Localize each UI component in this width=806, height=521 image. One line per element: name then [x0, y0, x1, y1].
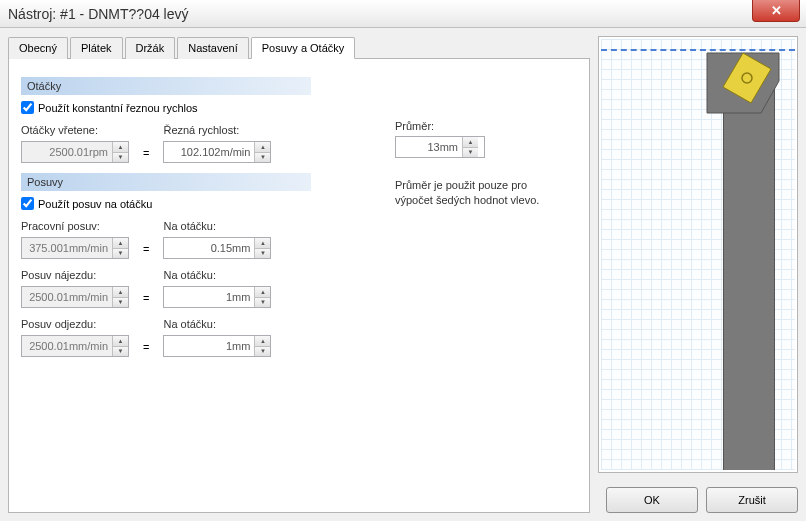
tool-head-icon: [699, 51, 789, 131]
work-feed-label: Pracovní posuv:: [21, 220, 129, 232]
work-feed-row: Pracovní posuv: ▲▼ = Na otáčku: ▲▼: [21, 220, 577, 259]
spin-down-icon[interactable]: ▼: [255, 249, 270, 259]
tab-general[interactable]: Obecný: [8, 37, 68, 59]
work-per-rev-label: Na otáčku:: [163, 220, 271, 232]
retract-per-rev-input[interactable]: [164, 336, 254, 356]
retract-feed-spinner[interactable]: ▲▼: [21, 335, 129, 357]
spin-up-icon[interactable]: ▲: [255, 142, 270, 153]
right-column: OK Zrušit: [598, 36, 798, 513]
retract-feed-label: Posuv odjezdu:: [21, 318, 129, 330]
approach-per-rev-input[interactable]: [164, 287, 254, 307]
dialog-window: Nástroj: #1 - DNMT??04 levý ✕ Obecný Plá…: [0, 0, 806, 521]
spin-up-icon[interactable]: ▲: [113, 336, 128, 347]
equals-sign: =: [137, 243, 155, 255]
tab-insert[interactable]: Plátek: [70, 37, 123, 59]
spin-down-icon[interactable]: ▼: [255, 298, 270, 308]
spin-down-icon[interactable]: ▼: [255, 347, 270, 357]
ok-button[interactable]: OK: [606, 487, 698, 513]
retract-feed-row: Posuv odjezdu: ▲▼ = Na otáčku: ▲▼: [21, 318, 577, 357]
use-per-rev-label: Použít posuv na otáčku: [38, 198, 152, 210]
work-per-rev-spinner[interactable]: ▲▼: [163, 237, 271, 259]
cutting-speed-label: Řezná rychlost:: [163, 124, 271, 136]
spin-up-icon[interactable]: ▲: [113, 238, 128, 249]
cutting-speed-input[interactable]: [164, 142, 254, 162]
use-constant-speed-label: Použít konstantní řeznou rychlos: [38, 102, 198, 114]
cutting-speed-spinner[interactable]: ▲▼: [163, 141, 271, 163]
titlebar: Nástroj: #1 - DNMT??04 levý ✕: [0, 0, 806, 28]
diameter-block: Průměr: ▲▼ Průměr je použit pouze pro vý…: [395, 120, 565, 209]
tab-panel: Otáčky Použít konstantní řeznou rychlos …: [8, 59, 590, 513]
spin-down-icon[interactable]: ▼: [113, 298, 128, 308]
work-per-rev-input[interactable]: [164, 238, 254, 258]
diameter-input[interactable]: [396, 137, 462, 157]
retract-per-rev-spinner[interactable]: ▲▼: [163, 335, 271, 357]
equals-sign: =: [137, 292, 155, 304]
use-constant-speed-checkbox[interactable]: [21, 101, 34, 114]
approach-feed-spinner[interactable]: ▲▼: [21, 286, 129, 308]
spin-up-icon[interactable]: ▲: [255, 287, 270, 298]
retract-per-rev-label: Na otáčku:: [163, 318, 271, 330]
rpm-spinner[interactable]: ▲▼: [21, 141, 129, 163]
work-feed-spinner[interactable]: ▲▼: [21, 237, 129, 259]
spin-down-icon[interactable]: ▼: [113, 347, 128, 357]
section-feeds-header: Posuvy: [21, 173, 311, 191]
equals-sign: =: [137, 147, 155, 159]
diameter-note: Průměr je použit pouze pro výpočet šedýc…: [395, 178, 565, 209]
left-panel: Obecný Plátek Držák Nastavení Posuvy a O…: [8, 36, 590, 513]
spin-up-icon[interactable]: ▲: [463, 137, 478, 148]
rpm-input[interactable]: [22, 142, 112, 162]
cancel-button[interactable]: Zrušit: [706, 487, 798, 513]
content-area: Obecný Plátek Držák Nastavení Posuvy a O…: [0, 28, 806, 521]
diameter-spinner[interactable]: ▲▼: [395, 136, 485, 158]
preview-canvas: [601, 39, 795, 470]
approach-feed-label: Posuv nájezdu:: [21, 269, 129, 281]
use-constant-speed-row[interactable]: Použít konstantní řeznou rychlos: [21, 101, 577, 114]
approach-per-rev-spinner[interactable]: ▲▼: [163, 286, 271, 308]
diameter-label: Průměr:: [395, 120, 565, 132]
use-per-rev-checkbox[interactable]: [21, 197, 34, 210]
close-button[interactable]: ✕: [752, 0, 800, 22]
window-title: Nástroj: #1 - DNMT??04 levý: [4, 6, 189, 22]
dialog-footer: OK Zrušit: [598, 481, 798, 513]
rpm-label: Otáčky vřetene:: [21, 124, 129, 136]
retract-feed-input[interactable]: [22, 336, 112, 356]
spin-up-icon[interactable]: ▲: [255, 336, 270, 347]
tab-strip: Obecný Plátek Držák Nastavení Posuvy a O…: [8, 36, 590, 59]
equals-sign: =: [137, 341, 155, 353]
work-feed-input[interactable]: [22, 238, 112, 258]
spin-up-icon[interactable]: ▲: [113, 287, 128, 298]
close-icon: ✕: [771, 3, 782, 18]
spin-down-icon[interactable]: ▼: [463, 148, 478, 158]
spin-down-icon[interactable]: ▼: [113, 153, 128, 163]
approach-feed-input[interactable]: [22, 287, 112, 307]
approach-feed-row: Posuv nájezdu: ▲▼ = Na otáčku: ▲▼: [21, 269, 577, 308]
spin-up-icon[interactable]: ▲: [113, 142, 128, 153]
tab-settings[interactable]: Nastavení: [177, 37, 249, 59]
spin-up-icon[interactable]: ▲: [255, 238, 270, 249]
tool-preview: [598, 36, 798, 473]
spin-down-icon[interactable]: ▼: [113, 249, 128, 259]
section-spindle-header: Otáčky: [21, 77, 311, 95]
spin-down-icon[interactable]: ▼: [255, 153, 270, 163]
tab-holder[interactable]: Držák: [125, 37, 176, 59]
approach-per-rev-label: Na otáčku:: [163, 269, 271, 281]
tab-feeds-speeds[interactable]: Posuvy a Otáčky: [251, 37, 356, 59]
tool-head-shape: [699, 51, 789, 131]
